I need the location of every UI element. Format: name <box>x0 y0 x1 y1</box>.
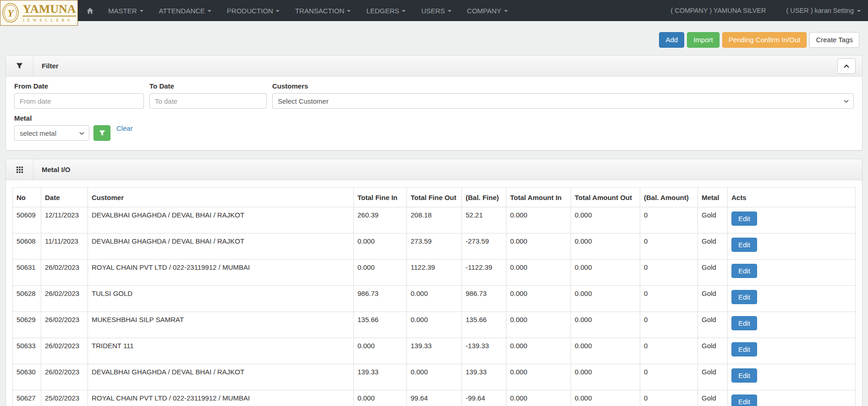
cell-date: 26/02/2023 <box>41 364 88 390</box>
nav-company[interactable]: COMPANY <box>459 0 516 21</box>
col-total-fine-out: Total Fine Out <box>407 188 462 207</box>
cell-total-fine-in: 135.66 <box>354 312 407 338</box>
cell-acts: Edit <box>728 234 856 260</box>
cell-total-amount-in: 0.000 <box>506 364 571 390</box>
metal-io-heading: Metal I/O <box>6 159 862 180</box>
caret-icon <box>448 10 451 12</box>
edit-button[interactable]: Edit <box>731 238 757 252</box>
cell-bal-fine: -273.59 <box>462 234 506 260</box>
table-header-row: No Date Customer Total Fine In Total Fin… <box>13 188 856 207</box>
brand-logo[interactable]: Y YAMUNA JEWELLERS <box>0 0 78 26</box>
cell-acts: Edit <box>728 207 856 234</box>
filter-panel: Filter From Date To Date Customers Selec… <box>5 55 863 150</box>
edit-button[interactable]: Edit <box>731 264 757 278</box>
add-button[interactable]: Add <box>659 32 684 48</box>
cell-customer: MUKESHBHAI SILP SAMRAT <box>88 312 354 338</box>
collapse-filter-button[interactable] <box>837 58 856 74</box>
nav-master[interactable]: MASTER <box>100 0 151 21</box>
cell-customer: TRIDENT 111 <box>88 338 354 364</box>
cell-bal-amount: 0 <box>640 338 698 364</box>
cell-metal: Gold <box>698 234 728 260</box>
cell-total-fine-out: 208.18 <box>407 207 462 234</box>
brand-name: YAMUNA <box>22 3 76 17</box>
cell-no: 50609 <box>13 207 41 234</box>
metal-select[interactable]: select metal <box>14 125 89 141</box>
metal-io-table: No Date Customer Total Fine In Total Fin… <box>12 187 856 406</box>
nav-transaction[interactable]: TRANSACTION <box>287 0 359 21</box>
customers-select[interactable]: Select Customer <box>272 93 854 109</box>
cell-date: 12/11/2023 <box>41 207 88 234</box>
cell-metal: Gold <box>698 390 728 406</box>
cell-bal-amount: 0 <box>640 260 698 286</box>
cell-bal-amount: 0 <box>640 390 698 406</box>
caret-icon <box>857 10 861 12</box>
metal-io-table-wrap: No Date Customer Total Fine In Total Fin… <box>6 180 862 406</box>
edit-button[interactable]: Edit <box>731 368 757 383</box>
cell-no: 50633 <box>13 338 41 364</box>
cell-total-amount-out: 0.000 <box>571 338 640 364</box>
col-total-amount-in: Total Amount In <box>506 188 571 207</box>
col-no: No <box>13 188 41 207</box>
nav-users[interactable]: USERS <box>413 0 459 21</box>
user-menu[interactable]: ( USER ) karan Setting <box>786 7 861 14</box>
pending-confirm-button[interactable]: Pending Confirm In/Out <box>722 32 807 48</box>
metal-label: Metal <box>14 114 854 122</box>
cell-customer: DEVALBHAI GHAGHDA / DEVAL BHAI / RAJKOT <box>88 207 354 234</box>
navbar-right: ( COMPANY ) YAMUNA SILVER ( USER ) karan… <box>670 0 868 21</box>
cell-customer: ROYAL CHAIN PVT LTD / 022-23119912 / MUM… <box>88 390 354 406</box>
cell-bal-fine: -99.64 <box>462 390 506 406</box>
cell-total-fine-out: 0.000 <box>407 286 462 312</box>
edit-button[interactable]: Edit <box>731 290 757 304</box>
nav-home[interactable] <box>80 0 100 21</box>
cell-customer: ROYAL CHAIN PVT LTD / 022-23119912 / MUM… <box>88 260 354 286</box>
brand-monogram-icon: Y <box>2 3 19 23</box>
cell-bal-amount: 0 <box>640 312 698 338</box>
edit-button[interactable]: Edit <box>731 316 757 330</box>
edit-button[interactable]: Edit <box>731 211 757 226</box>
cell-no: 50608 <box>13 234 41 260</box>
cell-customer: TULSI GOLD <box>88 286 354 312</box>
cell-total-fine-in: 0.000 <box>354 234 407 260</box>
col-total-amount-out: Total Amount Out <box>571 188 640 207</box>
cell-metal: Gold <box>698 286 728 312</box>
nav-production[interactable]: PRODUCTION <box>219 0 287 21</box>
cell-total-fine-in: 0.000 <box>354 390 407 406</box>
cell-total-amount-in: 0.000 <box>506 338 571 364</box>
chevron-up-icon <box>843 63 850 69</box>
cell-bal-fine: 986.73 <box>462 286 506 312</box>
col-customer: Customer <box>88 188 354 207</box>
cell-total-fine-out: 0.000 <box>407 312 462 338</box>
edit-button[interactable]: Edit <box>731 395 757 406</box>
cell-acts: Edit <box>728 286 856 312</box>
cell-date: 26/02/2023 <box>41 260 88 286</box>
import-button[interactable]: Import <box>687 32 720 48</box>
cell-bal-fine: -1122.39 <box>462 260 506 286</box>
clear-filter-link[interactable]: Clear <box>116 124 133 132</box>
filter-panel-title: Filter <box>33 62 59 70</box>
apply-filter-button[interactable] <box>93 125 110 141</box>
cell-bal-fine: 135.66 <box>462 312 506 338</box>
filter-icon <box>99 130 105 136</box>
to-date-input[interactable] <box>149 93 267 109</box>
cell-metal: Gold <box>698 207 728 234</box>
svg-text:Y: Y <box>8 7 15 19</box>
from-date-input[interactable] <box>14 93 144 109</box>
create-tags-button[interactable]: Create Tags <box>809 32 859 48</box>
cell-total-amount-in: 0.000 <box>506 390 571 406</box>
nav-ledgers[interactable]: LEDGERS <box>358 0 413 21</box>
table-row: 50629 26/02/2023 MUKESHBHAI SILP SAMRAT … <box>13 312 856 338</box>
to-date-label: To Date <box>149 82 267 90</box>
cell-bal-amount: 0 <box>640 207 698 234</box>
cell-total-fine-out: 139.33 <box>407 338 462 364</box>
table-row: 50609 12/11/2023 DEVALBHAI GHAGHDA / DEV… <box>13 207 856 234</box>
col-date: Date <box>41 188 88 207</box>
edit-button[interactable]: Edit <box>731 342 757 356</box>
metal-io-title: Metal I/O <box>33 166 71 173</box>
nav-attendance[interactable]: ATTENDANCE <box>151 0 220 21</box>
cell-total-amount-in: 0.000 <box>506 286 571 312</box>
filter-panel-heading: Filter <box>6 56 862 77</box>
cell-no: 50629 <box>13 312 41 338</box>
cell-total-amount-out: 0.000 <box>571 390 640 406</box>
cell-metal: Gold <box>698 312 728 338</box>
cell-no: 50627 <box>13 390 41 406</box>
